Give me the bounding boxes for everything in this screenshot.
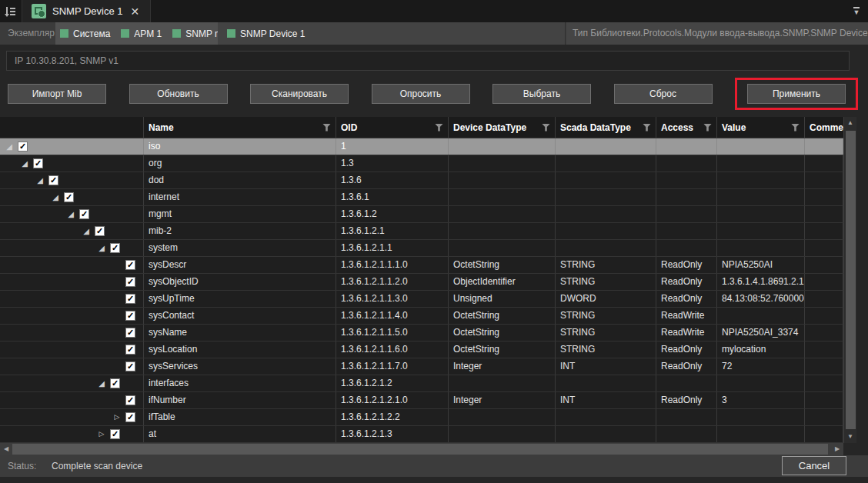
table-row-org[interactable]: ◢✓org1.3	[0, 155, 843, 172]
row-checkbox[interactable]: ✓	[18, 142, 28, 152]
oid-cell: 1.3.6	[336, 172, 449, 188]
table-row-iso[interactable]: ◢✓iso1	[0, 138, 843, 155]
select-button[interactable]: Выбрать	[492, 84, 591, 104]
name-cell: sysLocation	[144, 341, 336, 358]
row-checkbox[interactable]: ✓	[48, 175, 58, 185]
scan-button[interactable]: Сканировать	[250, 84, 349, 104]
name-cell: system	[144, 240, 336, 256]
row-checkbox[interactable]: ✓	[125, 412, 135, 422]
collapse-icon[interactable]: ◢	[18, 155, 31, 172]
table-row-internet[interactable]: ◢✓internet1.3.6.1	[0, 189, 843, 206]
table-row-mgmt[interactable]: ◢✓mgmt1.3.6.1.2	[0, 206, 843, 223]
table-row-sysLocation[interactable]: ✓sysLocation1.3.6.1.2.1.1.6.0OctetString…	[0, 341, 843, 358]
tree-view-icon	[5, 5, 17, 18]
device-chip-icon	[32, 4, 46, 18]
row-checkbox[interactable]: ✓	[110, 429, 120, 439]
breadcrumb-item-current[interactable]: SNMP Device 1	[218, 22, 566, 45]
import-mib-button[interactable]: Импорт Mib	[8, 84, 106, 104]
table-row-sysName[interactable]: ✓sysName1.3.6.1.2.1.1.5.0OctetStringSTRI…	[0, 325, 843, 341]
column-header-access[interactable]: Access	[656, 117, 717, 138]
vertical-scrollbar[interactable]: ▲ ▼	[843, 117, 856, 443]
collapse-icon[interactable]: ◢	[3, 138, 15, 155]
row-checkbox[interactable]: ✓	[125, 361, 135, 371]
table-row-dod[interactable]: ◢✓dod1.3.6	[0, 172, 843, 189]
horizontal-scroll-thumb[interactable]	[12, 444, 828, 455]
row-checkbox[interactable]: ✓	[125, 328, 135, 338]
column-header-device-datatype[interactable]: Device DataType	[449, 117, 556, 138]
row-checkbox[interactable]: ✓	[110, 243, 120, 253]
filter-funnel-icon[interactable]	[791, 124, 800, 132]
scroll-left-icon[interactable]: ◀	[0, 443, 12, 455]
tree-cell: ◢✓	[0, 172, 144, 188]
table-row-system[interactable]: ◢✓system1.3.6.1.2.1.1	[0, 240, 843, 257]
breadcrumb-item-system[interactable]: Система	[60, 28, 110, 39]
value-cell: NPIA5250AI	[717, 257, 805, 273]
row-checkbox[interactable]: ✓	[33, 158, 43, 168]
column-header-name[interactable]: Name	[144, 117, 336, 138]
filter-funnel-icon[interactable]	[322, 124, 331, 132]
column-header-comment[interactable]: Comment	[805, 117, 843, 138]
scada-datatype-cell	[556, 172, 656, 188]
oid-cell: 1.3.6.1.2.1.1.2.0	[336, 274, 449, 290]
collapse-icon[interactable]: ◢	[95, 240, 108, 256]
apply-button[interactable]: Применить	[747, 84, 846, 104]
filter-funnel-icon[interactable]	[643, 124, 651, 132]
cancel-button[interactable]: Cancel	[782, 456, 846, 475]
column-header-scada-datatype[interactable]: Scada DataType	[556, 117, 656, 138]
row-checkbox[interactable]: ✓	[125, 294, 135, 304]
column-header-label: Access	[661, 122, 693, 133]
row-checkbox[interactable]: ✓	[125, 260, 135, 270]
expand-icon[interactable]: ▷	[95, 426, 108, 442]
scroll-down-icon[interactable]: ▼	[844, 431, 856, 443]
collapse-icon[interactable]: ◢	[65, 206, 77, 222]
horizontal-scrollbar[interactable]: ◀ ▶	[0, 443, 843, 455]
scroll-up-icon[interactable]: ▲	[844, 117, 856, 129]
collapse-icon[interactable]: ◢	[34, 172, 46, 188]
row-checkbox[interactable]: ✓	[125, 345, 135, 355]
comment-cell	[805, 257, 843, 273]
tree-view-button[interactable]	[0, 0, 22, 22]
row-checkbox[interactable]: ✓	[64, 192, 74, 202]
reset-button[interactable]: Сброс	[614, 84, 713, 104]
connection-info-field[interactable]: IP 10.30.8.201, SNMP v1	[6, 51, 850, 71]
scroll-right-icon[interactable]: ▶	[831, 443, 843, 455]
poll-button[interactable]: Опросить	[372, 84, 470, 104]
column-header-value[interactable]: Value	[717, 117, 805, 138]
table-row-sysServices[interactable]: ✓sysServices1.3.6.1.2.1.1.7.0IntegerINTR…	[0, 358, 843, 375]
table-row-sysUpTime[interactable]: ✓sysUpTime1.3.6.1.2.1.1.3.0UnsignedDWORD…	[0, 291, 843, 308]
scada-datatype-cell	[556, 189, 656, 205]
row-checkbox[interactable]: ✓	[125, 311, 135, 321]
row-checkbox[interactable]: ✓	[125, 277, 135, 287]
table-row-interfaces[interactable]: ◢✓interfaces1.3.6.1.2.1.2	[0, 375, 843, 392]
table-row-at[interactable]: ▷✓at1.3.6.1.2.1.3	[0, 426, 843, 443]
expand-icon[interactable]: ▷	[111, 409, 123, 425]
breadcrumb-item-arm[interactable]: АРМ 1	[121, 28, 162, 39]
table-row-ifTable[interactable]: ▷✓ifTable1.3.6.1.2.1.2.2	[0, 409, 843, 426]
row-checkbox[interactable]: ✓	[125, 395, 135, 405]
row-checkbox[interactable]: ✓	[110, 378, 120, 388]
filter-funnel-icon[interactable]	[703, 124, 712, 132]
filter-funnel-icon[interactable]	[435, 124, 443, 132]
vertical-scroll-thumb[interactable]	[846, 131, 856, 429]
table-row-mib-2[interactable]: ◢✓mib-21.3.6.1.2.1	[0, 223, 843, 240]
collapse-icon[interactable]: ◢	[49, 189, 62, 205]
access-cell	[656, 223, 717, 239]
close-icon[interactable]: ✕	[129, 6, 142, 17]
table-row-sysContact[interactable]: ✓sysContact1.3.6.1.2.1.1.4.0OctetStringS…	[0, 308, 843, 325]
collapse-panel-button[interactable]: ▼	[845, 0, 868, 22]
row-checkbox[interactable]: ✓	[79, 209, 89, 219]
collapse-icon[interactable]: ◢	[95, 375, 108, 391]
refresh-button[interactable]: Обновить	[129, 84, 228, 104]
column-header-oid[interactable]: OID	[336, 117, 449, 138]
access-cell	[656, 155, 717, 172]
tab-snmp-device[interactable]: SNMP Device 1 ✕	[22, 0, 151, 22]
collapse-icon[interactable]: ◢	[80, 223, 92, 239]
table-row-sysObjectID[interactable]: ✓sysObjectID1.3.6.1.2.1.1.2.0ObjectIdent…	[0, 274, 843, 291]
row-checkbox[interactable]: ✓	[95, 226, 105, 236]
scada-datatype-cell: INT	[556, 358, 656, 375]
table-row-sysDescr[interactable]: ✓sysDescr1.3.6.1.2.1.1.1.0OctetStringSTR…	[0, 257, 843, 274]
value-cell	[717, 426, 805, 442]
filter-funnel-icon[interactable]	[542, 124, 550, 132]
table-row-ifNumber[interactable]: ✓ifNumber1.3.6.1.2.1.2.1.0IntegerINTRead…	[0, 392, 843, 409]
comment-cell	[805, 155, 843, 172]
